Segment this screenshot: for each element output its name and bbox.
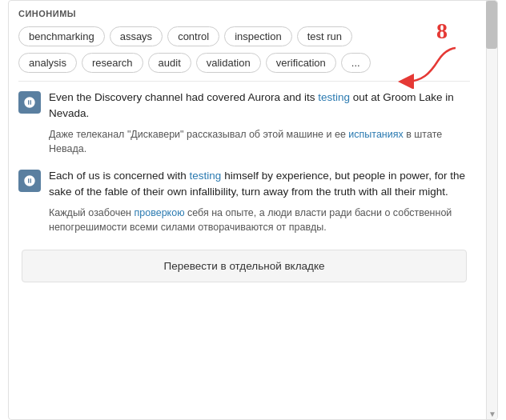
entry-text-1: Even the Discovery channel had covered A… — [49, 90, 470, 157]
entry-ru-2: Каждый озабочен проверкою себя на опыте,… — [49, 206, 470, 236]
tag-research[interactable]: research — [82, 53, 143, 73]
scrollbar-thumb[interactable] — [486, 1, 497, 49]
arrow-indicator — [398, 45, 462, 92]
ru2-before: Каждый озабочен — [49, 207, 135, 218]
tag-more[interactable]: ... — [341, 53, 371, 73]
entry-en-2: Each of us is concerned with testing him… — [49, 168, 470, 201]
en1-before: Even the Discovery channel had covered A… — [49, 91, 318, 103]
tag-analysis[interactable]: analysis — [18, 53, 77, 73]
badge-number: 8 — [436, 20, 448, 42]
ru2-link[interactable]: проверкою — [135, 207, 185, 218]
en2-before: Each of us is concerned with — [49, 170, 190, 182]
tag-validation[interactable]: validation — [196, 53, 261, 73]
tag-verification[interactable]: verification — [266, 53, 336, 73]
ru1-link[interactable]: испытаниях — [348, 129, 403, 140]
scrollbar[interactable]: ▼ — [486, 1, 497, 419]
entry-text-2: Each of us is concerned with testing him… — [49, 168, 470, 235]
tag-benchmarking[interactable]: benchmarking — [18, 26, 105, 46]
en1-link[interactable]: testing — [318, 91, 350, 103]
ru1-before: Даже телеканал "Дискавери" рассказывал о… — [49, 129, 348, 140]
main-container: СИНОНИМЫ benchmarking assays control ins… — [8, 0, 498, 420]
tag-test-run[interactable]: test run — [297, 26, 352, 46]
tag-audit[interactable]: audit — [148, 53, 191, 73]
example-entry-1: Even the Discovery channel had covered A… — [18, 90, 470, 157]
tag-assays[interactable]: assays — [110, 26, 163, 46]
book-icon-2 — [23, 174, 36, 187]
scrollbar-arrow-down[interactable]: ▼ — [487, 408, 498, 419]
entry-icon-1 — [18, 91, 41, 114]
entry-en-1: Even the Discovery channel had covered A… — [49, 90, 470, 122]
entry-icon-2 — [18, 170, 41, 192]
synonyms-header: СИНОНИМЫ — [18, 9, 470, 18]
tag-control[interactable]: control — [167, 26, 219, 46]
example-entry-2: Each of us is concerned with testing him… — [18, 168, 470, 235]
translate-btn-container: Перевести в отдельной вкладке — [18, 250, 470, 282]
tag-inspection[interactable]: inspection — [224, 26, 292, 46]
translate-button[interactable]: Перевести в отдельной вкладке — [22, 250, 467, 282]
en2-link[interactable]: testing — [190, 170, 222, 182]
tags-row-1: benchmarking assays control inspection t… — [18, 26, 470, 46]
entry-ru-1: Даже телеканал "Дискавери" рассказывал о… — [49, 127, 470, 158]
book-icon — [23, 96, 36, 109]
content-area: СИНОНИМЫ benchmarking assays control ins… — [9, 1, 486, 290]
